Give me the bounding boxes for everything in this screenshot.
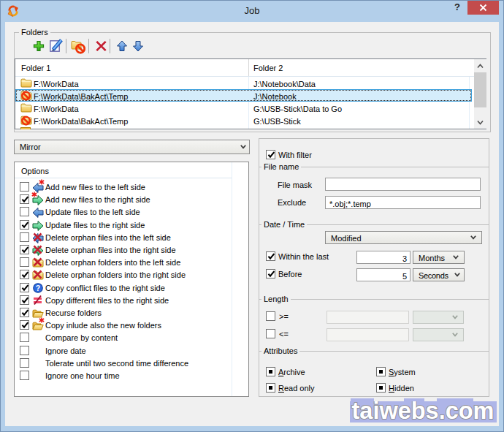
svg-text:taiwebs.com: taiwebs.com — [352, 401, 495, 422]
